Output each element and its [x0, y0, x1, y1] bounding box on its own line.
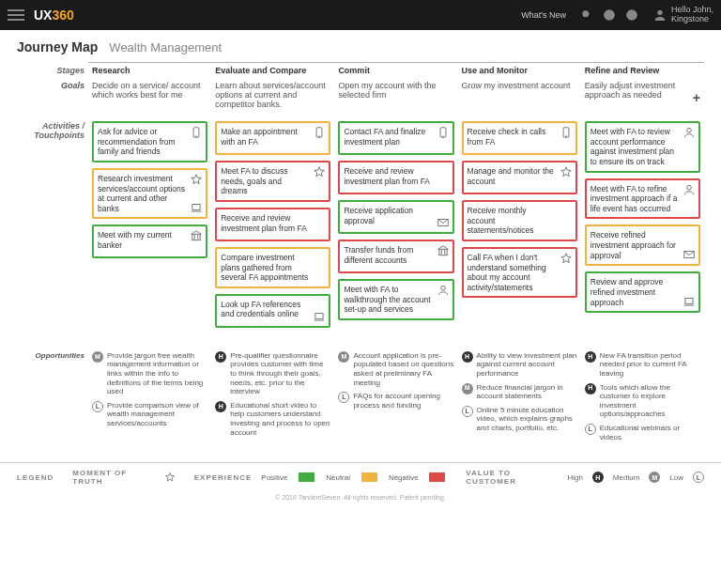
phone-icon [190, 126, 203, 139]
legend-high: High [567, 473, 582, 482]
card-text: Receive and review investment plan from … [344, 166, 431, 186]
activity-card[interactable]: Receive monthly account statements/notic… [462, 200, 577, 241]
goal-text: Easily adjust investment approach as nee… [581, 78, 704, 118]
opportunity-text: Online 5 minute education video, which e… [477, 406, 577, 433]
star-icon [560, 165, 573, 178]
history-icon[interactable] [625, 8, 638, 22]
opportunity-item: HEducational short video to help custome… [215, 401, 330, 437]
card-text: Receive monthly account statements/notic… [468, 206, 555, 236]
opportunity-text: Provide jargon free wealth management in… [107, 351, 207, 396]
legend-neutral: Neutral [326, 473, 350, 482]
activity-card[interactable]: Receive and review investment plan from … [215, 208, 330, 241]
activity-card[interactable]: Meet FA to discuss needs, goals and drea… [215, 161, 330, 202]
stage-evaluate[interactable]: Evaluate and Compare [211, 63, 334, 79]
opportunity-text: Tools which allow the customer to explor… [600, 383, 700, 419]
activity-card[interactable]: Research investment services/account opt… [92, 168, 207, 220]
menu-icon[interactable] [8, 9, 24, 21]
card-text: Transfer funds from different accounts [344, 245, 431, 265]
search-icon[interactable] [580, 8, 593, 22]
opportunity-item: HAbility to view investment plan against… [462, 351, 577, 379]
activity-card[interactable]: Compare investment plans gathered from s… [215, 247, 330, 288]
card-text: Call FA when I don't understand somethin… [468, 253, 555, 293]
legend-medium: Medium [613, 473, 639, 482]
page-subtitle: Wealth Management [109, 40, 222, 54]
opportunity-item: HTools which allow the customer to explo… [585, 383, 700, 419]
opportunity-text: FAQs for account opening process and fun… [353, 392, 453, 410]
legend-positive: Positive [261, 473, 287, 482]
card-text: Review and approve refined investment ap… [591, 277, 678, 307]
legend-low: Low [669, 473, 683, 482]
activity-card[interactable]: Manage and monitor the account [462, 161, 577, 194]
star-icon [313, 165, 326, 178]
legend-moment: MOMENT OF TRUTH [72, 469, 154, 486]
value-badge: H [585, 383, 596, 395]
whats-new-link[interactable]: What's New [521, 10, 566, 20]
value-badge: L [92, 401, 103, 412]
activity-card[interactable]: Receive and review investment plan from … [338, 161, 453, 194]
card-text: Meet with FA to walkthrough the account … [344, 285, 431, 315]
opportunity-text: Educational short video to help customer… [230, 401, 330, 437]
card-text: Meet with my current banker [98, 230, 185, 250]
user-menu[interactable]: Hello John,Kingstone [652, 6, 713, 24]
activity-card[interactable]: Look up FA references and credentials on… [215, 294, 330, 328]
card-text: Meet with FA to review account performan… [591, 127, 678, 167]
activity-card[interactable]: Review and approve refined investment ap… [585, 271, 700, 313]
activity-card[interactable]: Receive refined investment approach for … [585, 224, 700, 266]
goal-text: Decide on a service/ account which works… [88, 78, 211, 118]
activity-card[interactable]: Call FA when I don't understand somethin… [462, 247, 577, 299]
stage-research[interactable]: Research [88, 63, 211, 79]
add-goal-button[interactable]: + [693, 90, 700, 105]
opportunity-text: Provide comparison view of wealth manage… [107, 401, 207, 428]
row-label-stages: Stages [17, 63, 88, 79]
card-text: Receive check in calls from FA [468, 127, 555, 147]
activities-row: Activities / Touchpoints Ask for advice … [17, 118, 704, 336]
value-badge: L [462, 406, 473, 417]
opportunity-item: HNew FA transition period needed prior t… [585, 351, 700, 379]
opportunity-item: MProvide jargon free wealth management i… [92, 351, 207, 396]
opportunity-item: LProvide comparison view of wealth manag… [92, 401, 207, 428]
stage-refine[interactable]: Refine and Review [581, 63, 704, 79]
activity-card[interactable]: Contact FA and finalize investment plan [338, 121, 453, 155]
activity-card[interactable]: Meet with FA to walkthrough the account … [338, 279, 453, 320]
value-badge: H [215, 351, 226, 363]
bank-icon [437, 244, 450, 257]
card-text: Manage and monitor the account [468, 166, 555, 186]
opportunity-text: Reduce financial jargon in account state… [477, 383, 577, 401]
activity-card[interactable]: Ask for advice or recommendation from fa… [92, 121, 207, 162]
person-icon [683, 183, 696, 196]
value-badge: H [215, 401, 226, 412]
value-badge: M [338, 351, 349, 363]
stage-use[interactable]: Use and Monitor [458, 63, 581, 79]
card-text: Meet with FA to refine investment approa… [591, 184, 678, 214]
opportunity-item: LOnline 5 minute education video, which … [462, 406, 577, 433]
badge-medium: M [649, 472, 660, 483]
value-badge: H [462, 351, 473, 363]
activity-card[interactable]: Receive check in calls from FA [462, 121, 577, 155]
help-icon[interactable] [603, 8, 616, 22]
laptop-icon [683, 295, 696, 308]
card-text: Receive and review investment plan from … [221, 213, 308, 233]
badge-high: H [592, 472, 604, 483]
activity-card[interactable]: Transfer funds from different accounts [338, 240, 453, 273]
value-badge: L [338, 392, 349, 403]
star-icon [560, 252, 573, 265]
activity-card[interactable]: Meet with my current banker [92, 224, 207, 258]
stage-commit[interactable]: Commit [334, 63, 457, 79]
mail-icon [683, 248, 696, 261]
legend-negative: Negative [389, 473, 419, 482]
mail-icon [437, 216, 450, 229]
opportunity-item: HPre-qualifier questionnaire provides cu… [215, 351, 330, 396]
goal-text: Grow my investment account [458, 78, 581, 118]
page-title: Journey Map [17, 39, 98, 54]
activity-card[interactable]: Meet with FA to refine investment approa… [585, 178, 700, 220]
activity-card[interactable]: Receive application approval [338, 200, 453, 234]
row-label-goals: Goals [17, 78, 88, 118]
legend: LEGEND MOMENT OF TRUTH EXPERIENCE Positi… [0, 462, 721, 491]
opportunity-text: Account application is pre-populated bas… [353, 351, 453, 387]
activity-card[interactable]: Make an appointment with an FA [215, 121, 330, 155]
activity-card[interactable]: Meet with FA to review account performan… [585, 121, 700, 173]
value-badge: M [462, 383, 473, 395]
logo[interactable]: UX360 [34, 8, 74, 23]
footer-copyright: © 2016 TandemSeven. All rights reserved.… [0, 491, 721, 503]
goal-text: Learn about services/account options at … [211, 78, 334, 118]
